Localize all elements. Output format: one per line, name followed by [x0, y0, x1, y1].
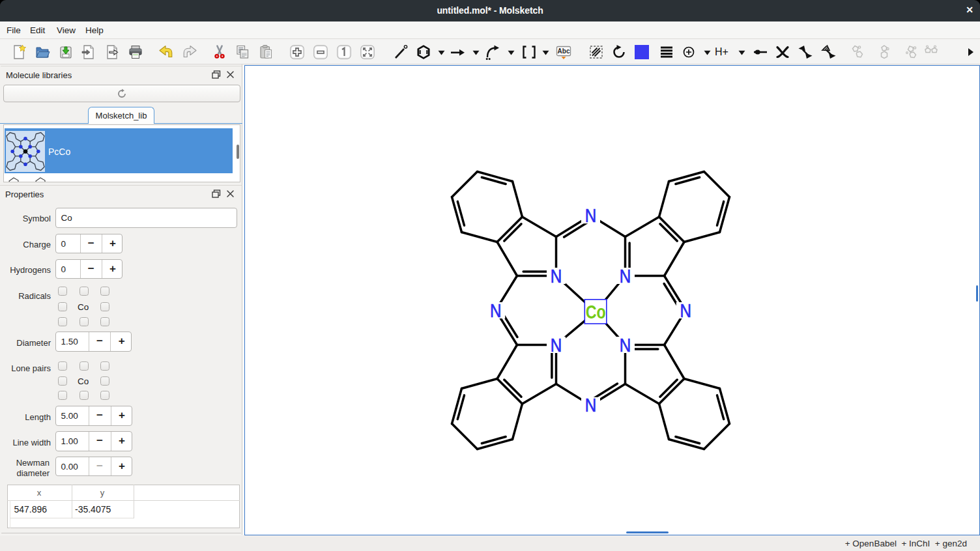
svg-text:N: N: [551, 335, 562, 356]
svg-text:Abc: Abc: [558, 48, 570, 55]
svg-text:Co: Co: [586, 302, 606, 322]
svg-text:N: N: [620, 335, 631, 356]
svg-text:N: N: [680, 300, 692, 321]
svg-text:N: N: [620, 266, 631, 287]
svg-text:N: N: [585, 395, 597, 416]
svg-text:N: N: [585, 205, 597, 226]
svg-text:N: N: [490, 300, 502, 321]
svg-text:N: N: [551, 266, 562, 287]
